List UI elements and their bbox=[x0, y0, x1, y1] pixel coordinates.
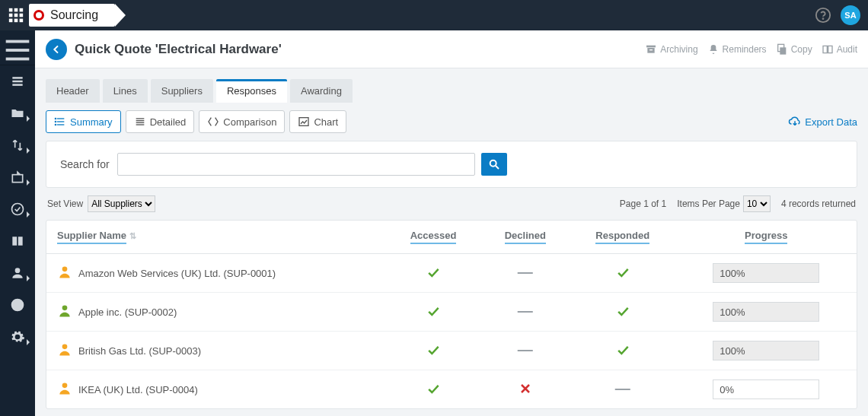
svg-rect-8 bbox=[20, 19, 24, 23]
svg-point-40 bbox=[62, 383, 68, 388]
cloud-download-icon bbox=[788, 115, 802, 129]
svg-rect-3 bbox=[9, 14, 13, 17]
items-per-page-select[interactable]: 10 bbox=[743, 195, 771, 212]
dash-icon: — bbox=[518, 302, 533, 319]
items-per-page-label: Items Per Page bbox=[677, 198, 740, 209]
svg-point-9 bbox=[816, 8, 830, 22]
svg-point-27 bbox=[55, 118, 56, 119]
col-accessed[interactable]: Accessed bbox=[385, 221, 480, 254]
list-icon bbox=[54, 116, 66, 128]
svg-point-39 bbox=[62, 344, 68, 349]
svg-point-10 bbox=[823, 18, 824, 19]
nav-check-icon[interactable] bbox=[5, 196, 30, 222]
product-tab[interactable]: Sourcing bbox=[29, 4, 115, 27]
set-view-select[interactable]: All Suppliers bbox=[88, 195, 155, 212]
svg-point-35 bbox=[490, 160, 496, 167]
records-returned-label: 4 records returned bbox=[781, 198, 856, 209]
back-button[interactable] bbox=[46, 39, 67, 60]
tab-header[interactable]: Header bbox=[46, 79, 100, 103]
audit-action[interactable]: Audit bbox=[822, 43, 857, 56]
apps-icon[interactable] bbox=[8, 7, 24, 24]
audit-label: Audit bbox=[837, 44, 857, 55]
check-icon bbox=[426, 265, 441, 280]
user-avatar[interactable]: SA bbox=[841, 5, 860, 25]
nav-folder-icon[interactable] bbox=[5, 100, 30, 126]
help-icon[interactable] bbox=[815, 7, 831, 24]
svg-rect-14 bbox=[12, 77, 22, 79]
view-comparison-button[interactable]: Comparison bbox=[199, 110, 285, 133]
svg-rect-20 bbox=[646, 45, 656, 47]
view-detailed-button[interactable]: Detailed bbox=[126, 110, 195, 133]
menu-toggle-icon[interactable] bbox=[0, 35, 35, 65]
copy-label: Copy bbox=[791, 44, 812, 55]
supplier-icon bbox=[57, 303, 78, 321]
svg-point-28 bbox=[55, 121, 56, 122]
page-title: Quick Quote 'Electrical Hardware' bbox=[75, 42, 282, 57]
copy-action[interactable]: Copy bbox=[776, 43, 812, 56]
check-icon bbox=[426, 381, 441, 396]
page-indicator: Page 1 of 1 bbox=[620, 198, 666, 209]
nav-book-icon[interactable] bbox=[5, 228, 30, 254]
search-label: Search for bbox=[60, 158, 110, 170]
svg-rect-16 bbox=[12, 84, 22, 86]
nav-transfer-icon[interactable] bbox=[5, 132, 30, 158]
col-declined[interactable]: Declined bbox=[481, 221, 570, 254]
chart-icon bbox=[298, 116, 310, 128]
check-icon bbox=[615, 265, 630, 280]
svg-point-37 bbox=[62, 266, 68, 272]
progress-field[interactable] bbox=[713, 302, 819, 322]
reminders-action[interactable]: Reminders bbox=[707, 43, 767, 56]
svg-rect-34 bbox=[299, 118, 308, 126]
col-responded[interactable]: Responded bbox=[570, 221, 676, 254]
nav-person-icon[interactable] bbox=[5, 260, 30, 286]
view-comparison-label: Comparison bbox=[223, 116, 276, 128]
export-data-link[interactable]: Export Data bbox=[788, 115, 857, 129]
table-row: British Gas Ltd. (SUP-0003)— bbox=[46, 332, 857, 370]
tab-lines[interactable]: Lines bbox=[103, 79, 148, 103]
svg-rect-7 bbox=[14, 19, 18, 23]
search-button[interactable] bbox=[481, 153, 507, 176]
svg-rect-0 bbox=[9, 8, 13, 12]
dash-icon: — bbox=[518, 263, 533, 280]
brand-dot-icon bbox=[34, 10, 44, 21]
view-chart-label: Chart bbox=[314, 116, 338, 128]
detailed-icon bbox=[134, 116, 146, 128]
svg-rect-2 bbox=[20, 8, 24, 12]
supplier-name[interactable]: British Gas Ltd. (SUP-0003) bbox=[78, 345, 201, 357]
view-summary-label: Summary bbox=[70, 116, 113, 128]
col-supplier[interactable]: Supplier Name⇅ bbox=[46, 221, 385, 254]
view-summary-button[interactable]: Summary bbox=[46, 110, 121, 133]
set-view-label: Set View bbox=[47, 198, 83, 209]
tab-responses[interactable]: Responses bbox=[216, 79, 287, 103]
supplier-name[interactable]: Amazon Web Services (UK) Ltd. (SUP-0001) bbox=[78, 268, 276, 279]
progress-field[interactable] bbox=[713, 263, 819, 283]
nav-gear-icon[interactable] bbox=[5, 324, 30, 350]
check-icon bbox=[615, 342, 630, 357]
archiving-label: Archiving bbox=[660, 44, 697, 55]
check-icon bbox=[426, 342, 441, 357]
nav-list-icon[interactable] bbox=[5, 68, 30, 94]
cross-icon bbox=[518, 381, 533, 396]
nav-chart-icon[interactable] bbox=[5, 292, 30, 318]
progress-field[interactable] bbox=[713, 341, 819, 360]
search-input[interactable] bbox=[117, 153, 475, 176]
progress-field[interactable] bbox=[713, 379, 819, 399]
supplier-icon bbox=[57, 342, 78, 360]
view-detailed-label: Detailed bbox=[150, 116, 187, 128]
supplier-name[interactable]: Apple inc. (SUP-0002) bbox=[78, 306, 177, 318]
svg-rect-4 bbox=[14, 14, 18, 17]
archiving-action[interactable]: Archiving bbox=[645, 43, 697, 56]
book-open-icon bbox=[822, 43, 834, 56]
supplier-name[interactable]: IKEA (UK) Ltd. (SUP-0004) bbox=[78, 384, 198, 395]
col-progress[interactable]: Progress bbox=[676, 221, 857, 254]
nav-box-icon[interactable] bbox=[5, 164, 30, 190]
svg-point-38 bbox=[62, 305, 68, 310]
svg-rect-6 bbox=[9, 19, 13, 23]
tab-suppliers[interactable]: Suppliers bbox=[151, 79, 213, 103]
view-chart-button[interactable]: Chart bbox=[289, 110, 346, 133]
tab-awarding[interactable]: Awarding bbox=[290, 79, 353, 103]
svg-rect-15 bbox=[12, 81, 22, 83]
table-row: Amazon Web Services (UK) Ltd. (SUP-0001)… bbox=[46, 254, 857, 293]
supplier-icon bbox=[57, 381, 78, 399]
reminders-label: Reminders bbox=[723, 44, 767, 55]
